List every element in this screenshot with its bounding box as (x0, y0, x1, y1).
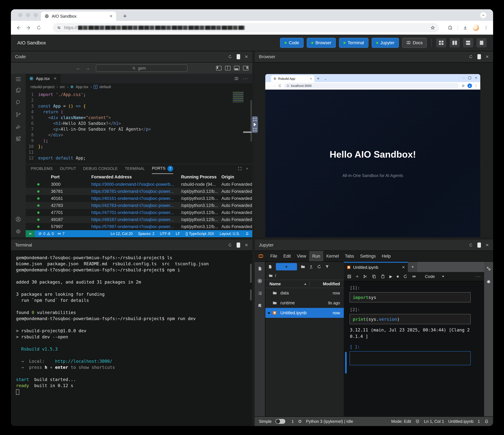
maximize-panel-icon[interactable] (477, 54, 481, 59)
code-line[interactable]: 3const App = () => { (26, 103, 252, 109)
code-line[interactable]: 4 return ( (26, 109, 252, 115)
tab-ports[interactable]: PORTS7 (152, 166, 173, 174)
code-line[interactable]: 2 (26, 97, 252, 103)
breadcrumb-project[interactable]: rsbuild-project (30, 85, 55, 89)
code-line[interactable]: 9 ); (26, 138, 252, 144)
minimize-traffic-light[interactable] (26, 13, 30, 17)
forward-icon[interactable] (26, 25, 31, 30)
download-icon[interactable] (463, 25, 468, 30)
port-row[interactable]: 42783https://42783-ondemand-t7osqboc-pow… (26, 202, 252, 209)
notebook-cells[interactable]: [1]:import sys[2]:print(sys.version)3.12… (344, 281, 484, 416)
indentation[interactable]: Spaces: 2 (138, 231, 154, 236)
port-row[interactable]: 49187https://49187-ondemand-t7osqboc-pow… (26, 216, 252, 223)
save-icon[interactable] (347, 274, 351, 279)
code-line[interactable]: 6 <h1>Hello AIO Sandbox!</h1> (26, 120, 252, 126)
panel-drag-handle[interactable] (252, 116, 258, 133)
file-row[interactable]: Untitled.ipynbnow (265, 308, 344, 318)
code-button[interactable]: Code (280, 38, 304, 48)
extension-manager-puzzle-icon[interactable] (257, 303, 262, 308)
refresh-icon[interactable] (469, 243, 473, 247)
menu-run[interactable]: Run (309, 251, 323, 261)
tab-problems[interactable]: PROBLEMS (31, 166, 53, 171)
run-all-icon[interactable] (412, 274, 417, 279)
port-row[interactable]: 36781https://36781-ondemand-t7osqboc-pow… (26, 188, 252, 195)
back-icon[interactable] (16, 25, 21, 30)
run-debug-icon[interactable] (15, 124, 21, 130)
close-icon[interactable]: ✕ (475, 76, 477, 80)
source-control-icon[interactable] (15, 112, 21, 118)
edit-mode[interactable]: Mode: Edit (391, 419, 411, 424)
more-actions-icon[interactable]: ··· (243, 76, 248, 81)
docs-button[interactable]: Docs (402, 38, 427, 48)
menu-help[interactable]: Help (379, 251, 394, 261)
remote-indicator[interactable] (26, 230, 35, 237)
active-file[interactable]: Untitled.ipynb (448, 419, 474, 424)
explorer-icon[interactable] (15, 87, 21, 93)
notifications-bell-icon[interactable] (245, 232, 249, 236)
restart-kernel-icon[interactable] (403, 274, 408, 279)
paste-icon[interactable] (381, 274, 385, 279)
file-browser-icon[interactable] (257, 266, 262, 271)
problems-status[interactable]: 0 0 (38, 231, 54, 236)
port-row[interactable]: 40161https://40161-ondemand-t7osqboc-pow… (26, 195, 252, 202)
cursor-position[interactable]: Ln 12, Col 20 (111, 231, 133, 236)
profile-avatar-icon[interactable] (468, 83, 472, 88)
history-back-icon[interactable]: ← (76, 65, 81, 71)
kernel-status[interactable]: Python 3 (ipykernel) | Idle (306, 419, 353, 424)
command-center-search[interactable] (96, 65, 188, 72)
trust-shield-icon[interactable] (415, 419, 420, 424)
settings-gear-icon[interactable] (15, 229, 21, 234)
notifications-bell-icon[interactable] (484, 419, 489, 424)
tab-search-button[interactable] (480, 12, 486, 18)
filter-funnel-icon[interactable] (325, 264, 329, 269)
new-tab-button[interactable]: + (317, 76, 319, 81)
terminal-output[interactable]: gem@ondemand-t7osqboc-powerbmiuo-fspfs:~… (11, 251, 252, 426)
embedded-url-field[interactable]: localhost:3000 (284, 83, 459, 88)
tab-close-icon[interactable]: ✕ (310, 77, 312, 80)
upload-icon[interactable] (309, 264, 313, 269)
port-forwarded-address[interactable]: https://47701-ondemand-t7osqboc-power... (91, 210, 181, 215)
menu-file[interactable]: File (267, 251, 280, 261)
keyboard-layout[interactable]: Layout: U.S. (219, 231, 240, 236)
reload-icon[interactable] (278, 84, 282, 88)
port-forwarded-address[interactable]: https://42783-ondemand-t7osqboc-power... (91, 203, 181, 208)
port-forwarded-address[interactable]: https://36781-ondemand-t7osqboc-power... (91, 189, 181, 194)
toggle-secondary-sidebar-icon[interactable] (243, 66, 249, 70)
maximize-traffic-light[interactable] (34, 13, 38, 17)
notebook-cell[interactable]: [1]:import sys (350, 286, 471, 302)
terminal-scrollbar[interactable] (250, 264, 252, 283)
chevron-down-icon[interactable] (442, 276, 444, 277)
new-folder-icon[interactable] (301, 264, 305, 269)
menu-tabs[interactable]: Tabs (342, 251, 357, 261)
refresh-icon[interactable] (469, 55, 473, 59)
cursor-position[interactable]: Ln 1, Col 1 (424, 419, 444, 424)
menu-settings[interactable]: Settings (357, 251, 379, 261)
breadcrumb-symbol[interactable]: default (99, 85, 111, 89)
close-panel-icon[interactable]: ✕ (486, 243, 489, 248)
cell-input[interactable]: import sys (350, 292, 471, 302)
kernel-chip-icon[interactable] (298, 419, 302, 424)
layout-rows-button[interactable] (463, 38, 473, 47)
minimap[interactable] (233, 92, 248, 102)
new-notebook-tab-button[interactable]: + (408, 262, 417, 272)
split-editor-icon[interactable] (234, 76, 239, 81)
port-row[interactable]: 57997https://57997-ondemand-t7osqboc-pow… (26, 223, 252, 230)
code-line[interactable]: 7 <p>All-in-One Sandbox for AI Agents</p… (26, 126, 252, 132)
embedded-tab[interactable]: Rsbuild App ✕ (271, 75, 314, 82)
cell-type-select[interactable]: Code (425, 274, 435, 279)
restore-icon[interactable] (468, 76, 471, 79)
menu-view[interactable]: View (294, 251, 309, 261)
browser-button[interactable]: Browser (307, 38, 336, 48)
maximize-panel-icon[interactable] (237, 54, 240, 59)
bookmark-star-icon[interactable] (461, 84, 465, 88)
port-forwarded-address[interactable]: https://49187-ondemand-t7osqboc-power... (91, 217, 181, 222)
reload-icon[interactable] (36, 25, 41, 30)
notebook-tab[interactable]: Untitled.ipynb ✕ (344, 262, 408, 272)
encoding[interactable]: UTF-8 (160, 231, 170, 236)
split-columns-icon[interactable] (225, 66, 231, 70)
breadcrumb[interactable]: rsbuild-project › src › App.tsx › defaul… (26, 83, 252, 90)
breadcrumb-src[interactable]: src (60, 85, 65, 89)
menu-edit[interactable]: Edit (280, 251, 294, 261)
tab-debug-console[interactable]: DEBUG CONSOLE (83, 166, 118, 171)
port-forwarded-address[interactable]: https://3000-ondemand-t7osqboc-powerb... (91, 182, 181, 187)
